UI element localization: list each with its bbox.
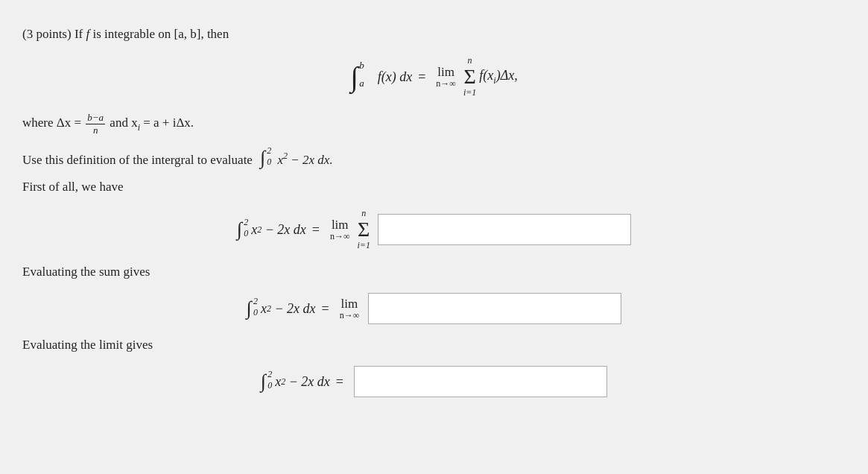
eq3-integral: ∫ 2 0 xyxy=(261,370,266,393)
sigma-bot-main: i=1 xyxy=(463,87,476,98)
use-def-integrand: x2 − 2x dx. xyxy=(278,153,333,167)
frac-numerator: b−a xyxy=(86,112,105,124)
eq1-sigma: n Σ i=1 xyxy=(358,208,370,251)
where-text: where Δx = xyxy=(22,116,81,130)
integral-bot-use: 0 xyxy=(267,157,271,168)
integral-bottom-main: a xyxy=(359,78,364,89)
eval-sum-text: Evaluating the sum gives xyxy=(22,265,150,279)
where-line: where Δx = b−a n and xi = a + iΔx. xyxy=(22,112,846,136)
eq1-sigma-sym: Σ xyxy=(358,219,370,240)
use-def-integral: ∫ 2 0 x2 − 2x dx. xyxy=(260,153,332,167)
lim-text-main: lim xyxy=(437,65,454,80)
integral-symbol-main: ∫ b a xyxy=(350,63,358,91)
eq1-lhs: ∫ 2 0 x2 − 2x dx xyxy=(237,218,306,241)
eq2-int-top: 2 xyxy=(253,296,258,307)
evaluating-limit-line: Evaluating the limit gives xyxy=(22,338,846,353)
equation3-display: ∫ 2 0 x2 − 2x dx = xyxy=(22,366,846,397)
eq3-equals: = xyxy=(336,374,343,390)
eq2-lhs: ∫ 2 0 x2 − 2x dx xyxy=(247,297,316,320)
eq2-int-bot: 0 xyxy=(253,307,258,318)
x-sub-i: i xyxy=(138,122,140,133)
eq3-lhs: ∫ 2 0 x2 − 2x dx xyxy=(261,370,330,393)
eq2-lim-text: lim xyxy=(341,297,358,312)
equation2-display: ∫ 2 0 x2 − 2x dx = lim n→∞ xyxy=(22,293,846,324)
problem-header: (3 points) If f is integrable on [a, b],… xyxy=(22,27,846,42)
eq3-int-sym: ∫ xyxy=(261,370,266,392)
eq1-int-top: 2 xyxy=(244,217,248,228)
eval-limit-text: Evaluating the limit gives xyxy=(22,338,153,352)
is-integrable-text: is integrable on xyxy=(92,27,171,41)
first-of-all-text: First of all, we have xyxy=(22,180,124,194)
sigma-sym-main: Σ xyxy=(463,66,475,87)
lim-sub-main: n→∞ xyxy=(436,78,456,89)
main-formula: ∫ b a f(x) dx = lim n→∞ n Σ i=1 f(xi)Δx, xyxy=(22,55,846,98)
delta-x-fraction: b−a n xyxy=(86,112,105,136)
frac-denominator: n xyxy=(92,124,100,136)
eq1-lim-text: lim xyxy=(332,218,349,233)
main-sigma: n Σ i=1 xyxy=(463,55,476,98)
and-text: and x xyxy=(110,116,137,130)
eq2-integral: ∫ 2 0 xyxy=(247,297,252,320)
main-equals: = xyxy=(418,69,425,85)
eq1-lim-sub: n→∞ xyxy=(330,231,350,242)
equals-ai-deltax: = a + iΔx. xyxy=(143,116,194,130)
eq1-int-sym: ∫ xyxy=(237,218,242,240)
eq1-sigma-bot: i=1 xyxy=(358,240,370,251)
integral-top-use: 2 xyxy=(267,145,271,157)
eq2-lim-sub: n→∞ xyxy=(340,310,360,321)
answer-box-1[interactable] xyxy=(378,214,631,245)
eq3-int-top: 2 xyxy=(267,369,272,380)
eq1-equals: = xyxy=(312,222,320,238)
eq3-int-bot: 0 xyxy=(267,380,272,391)
answer-box-3[interactable] xyxy=(354,366,607,397)
integral-use-def: ∫ 2 0 xyxy=(260,147,265,169)
eq2-int-sym: ∫ xyxy=(247,297,252,319)
main-integrand: f(x) dx xyxy=(378,69,412,85)
eq2-lim: lim n→∞ xyxy=(340,297,360,321)
evaluating-sum-line: Evaluating the sum gives xyxy=(22,265,846,279)
main-lim: lim n→∞ xyxy=(436,65,456,89)
eq1-int-bot: 0 xyxy=(244,228,248,239)
use-definition-line: Use this definition of the intergral to … xyxy=(22,147,846,169)
first-of-all-line: First of all, we have xyxy=(22,180,846,195)
f-variable: f xyxy=(86,27,89,41)
interval-text: [a, b], then xyxy=(174,27,229,41)
points-label: (3 points) If xyxy=(22,27,83,41)
answer-box-2[interactable] xyxy=(368,293,621,324)
eq1-lim: lim n→∞ xyxy=(330,218,350,242)
use-def-text: Use this definition of the intergral to … xyxy=(22,153,253,167)
integral-top-main: b xyxy=(359,60,364,72)
integral-sym-use: ∫ xyxy=(260,147,265,168)
integral-sym: ∫ xyxy=(350,61,358,92)
eq2-equals: = xyxy=(322,301,329,317)
eq1-integral: ∫ 2 0 xyxy=(237,218,242,241)
equation1-display: ∫ 2 0 x2 − 2x dx = lim n→∞ n Σ i=1 xyxy=(22,208,846,251)
main-summand: f(xi)Δx, xyxy=(479,68,517,86)
